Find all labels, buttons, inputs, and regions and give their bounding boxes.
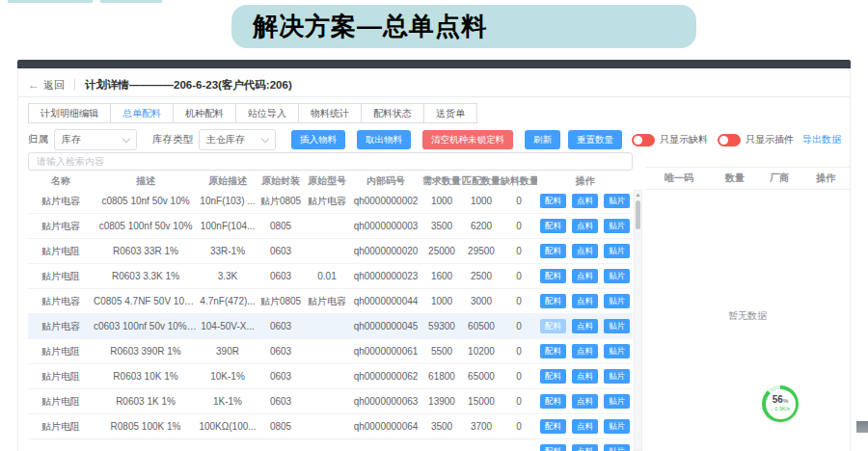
row-action-button-2[interactable]: 贴片 xyxy=(604,344,630,358)
cell-lack: 0 xyxy=(501,271,537,281)
stock-type-select[interactable]: 主仓库存 xyxy=(199,129,276,150)
cell-desc: c0805 10nf 50v 10% xyxy=(94,196,198,206)
toggle-label-1: 只显示插件 xyxy=(746,133,794,146)
column-header: 需求数量 xyxy=(421,174,462,188)
row-action-button-0[interactable]: 配料 xyxy=(540,244,566,258)
tab-机种配料[interactable]: 机种配料 xyxy=(173,103,236,123)
row-action-button-1[interactable]: 点料 xyxy=(572,244,598,258)
row-action-button-1[interactable]: 点料 xyxy=(572,344,598,358)
row-action-button-2[interactable]: 贴片 xyxy=(604,294,630,308)
scrollbar-thumb[interactable] xyxy=(636,200,640,229)
table-row: 贴片电阻R0805 100K 1%100KΩ(100...0805qh00000… xyxy=(28,414,633,439)
cell-orig_desc: 33R-1% xyxy=(198,246,258,256)
cell-orig_pkg: 0805 xyxy=(258,221,304,231)
reset-quantity-button[interactable]: 重置数量 xyxy=(568,130,622,149)
row-action-button-2[interactable]: 贴片 xyxy=(604,194,630,208)
material-table-body: 贴片电容c0805 10nf 50v 10%10nF(103) ...贴片080… xyxy=(28,189,633,451)
cell-orig_model: 贴片电容 xyxy=(304,295,350,308)
cell-lack: 0 xyxy=(501,321,537,332)
cell-actions: 配料点料贴片 xyxy=(537,294,633,308)
scroll-up-arrow-icon[interactable]: ▲ xyxy=(635,191,641,199)
row-action-button-1[interactable]: 点料 xyxy=(572,269,598,283)
cell-desc: R0805 100K 1% xyxy=(94,421,198,432)
slide-title: 解决方案—总单点料 xyxy=(231,10,487,43)
cell-orig_model: 0.01 xyxy=(304,271,350,281)
right-column-header: 数量 xyxy=(713,172,757,185)
row-action-button-1[interactable]: 点料 xyxy=(572,369,598,384)
row-action-button-2[interactable]: 贴片 xyxy=(604,319,630,333)
row-action-button-0[interactable]: 配料 xyxy=(540,269,566,283)
window-top-bar xyxy=(17,60,851,68)
cell-actions: 配料点料贴片 xyxy=(537,194,633,208)
row-action-button-1[interactable]: 点料 xyxy=(572,194,598,208)
cell-need: 1600 xyxy=(421,271,462,281)
download-percent: 56% xyxy=(773,395,788,406)
row-action-button-0[interactable]: 配料 xyxy=(540,344,566,358)
row-action-button-1[interactable]: 点料 xyxy=(572,444,598,451)
cell-code: qh0000000023 xyxy=(350,271,421,281)
row-action-button-1[interactable]: 点料 xyxy=(572,419,598,434)
back-button[interactable]: 返回 xyxy=(43,78,65,93)
cell-match: 3000 xyxy=(462,296,501,306)
cell-actions: 配料点料贴片 xyxy=(537,344,633,358)
tab-计划明细编辑[interactable]: 计划明细编辑 xyxy=(28,103,111,123)
row-action-button-1[interactable]: 点料 xyxy=(572,394,598,409)
cell-code: qh0000000044 xyxy=(350,296,421,306)
page-scrollbar-thumb[interactable] xyxy=(856,421,868,433)
refresh-button[interactable]: 刷新 xyxy=(525,130,560,149)
back-arrow-icon[interactable]: ← xyxy=(28,78,40,92)
tab-配料状态[interactable]: 配料状态 xyxy=(361,103,424,123)
row-action-button-1[interactable]: 点料 xyxy=(572,294,598,308)
row-action-button-2[interactable]: 贴片 xyxy=(604,394,630,409)
tab-送货单[interactable]: 送货单 xyxy=(423,103,477,123)
cell-need: 1000 xyxy=(421,196,462,206)
row-action-button-2[interactable]: 贴片 xyxy=(604,244,630,258)
cell-desc: R0603 33R 1% xyxy=(94,246,198,256)
takeout-material-button[interactable]: 取出物料 xyxy=(357,130,411,149)
export-data-link[interactable]: 导出数据 xyxy=(802,133,841,146)
row-action-button-1[interactable]: 点料 xyxy=(572,219,598,233)
tab-站位导入[interactable]: 站位导入 xyxy=(235,103,299,123)
row-action-button-0[interactable]: 配料 xyxy=(540,294,566,308)
cell-code: qh0000000002 xyxy=(350,196,421,206)
cell-lack: 0 xyxy=(501,371,537,382)
row-action-button-0[interactable]: 配料 xyxy=(540,419,566,434)
insert-material-button[interactable]: 插入物料 xyxy=(291,130,345,149)
row-action-button-2[interactable]: 贴片 xyxy=(604,219,630,233)
cell-desc: R0603 10K 1% xyxy=(94,371,198,382)
row-action-button-0[interactable]: 配料 xyxy=(540,319,566,333)
table-scrollbar[interactable]: ▲ xyxy=(634,190,642,451)
material-table-header: 名称描述原始描述原始封装原始型号内部码号需求数量匹配数量缺料数量操作 xyxy=(28,173,633,189)
download-progress-widget[interactable]: 56% ↓ 0.9K/s xyxy=(762,385,799,422)
row-action-button-0[interactable]: 配料 xyxy=(540,369,566,384)
cell-code: qh0000000045 xyxy=(350,321,421,332)
row-action-button-0[interactable]: 配料 xyxy=(540,194,566,208)
row-action-button-1[interactable]: 点料 xyxy=(572,319,598,333)
row-action-button-2[interactable]: 贴片 xyxy=(604,444,630,451)
tab-物料统计[interactable]: 物料统计 xyxy=(298,103,362,123)
tab-总单配料[interactable]: 总单配料 xyxy=(110,103,174,123)
cell-orig_pkg: 0603 xyxy=(258,321,304,332)
row-action-button-2[interactable]: 贴片 xyxy=(604,369,630,384)
clear-unlocked-button[interactable]: 清空机种未锁定料 xyxy=(422,130,513,149)
row-action-button-2[interactable]: 贴片 xyxy=(604,419,630,434)
cell-actions: 配料点料贴片 xyxy=(537,369,633,384)
toggle-switch-1[interactable] xyxy=(718,134,741,146)
row-action-button-0[interactable]: 配料 xyxy=(540,219,566,233)
table-row: 贴片电阻R0603 3.3K 1%3.3K06030.01qh000000002… xyxy=(28,264,633,289)
owner-select[interactable]: 库存 xyxy=(54,129,137,150)
cell-lack: 0 xyxy=(501,346,537,357)
right-column-header: 厂商 xyxy=(757,172,801,185)
toggle-group: 只显示缺料只显示插件 xyxy=(632,133,794,146)
row-action-button-0[interactable]: 配料 xyxy=(540,394,566,409)
slide-canvas: 解决方案—总单点料 ← 返回 计划详情————206-6-23(客户代码:206… xyxy=(0,0,868,451)
toggle-knob xyxy=(719,136,728,145)
search-input[interactable] xyxy=(28,152,633,171)
owner-label: 归属 xyxy=(28,133,48,146)
row-action-button-0[interactable]: 配料 xyxy=(540,444,566,451)
cell-need: 3500 xyxy=(421,221,462,231)
cell-orig_pkg: 0603 xyxy=(258,371,304,382)
toggle-switch-0[interactable] xyxy=(632,134,655,146)
row-action-button-2[interactable]: 贴片 xyxy=(604,269,630,283)
cell-code: qh0000000003 xyxy=(350,221,421,231)
